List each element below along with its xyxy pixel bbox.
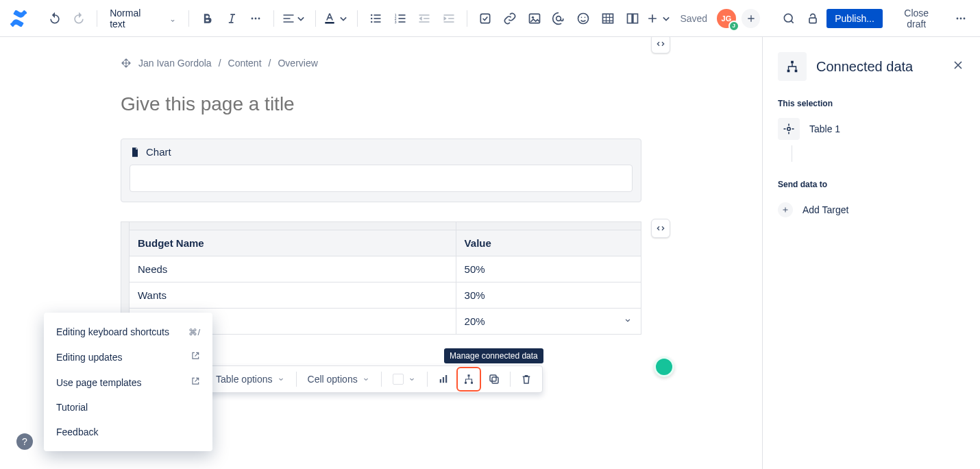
insert-chart-button[interactable] [433, 369, 454, 389]
cell-dropdown-icon[interactable] [623, 315, 633, 327]
editor-toolbar: Normal text Saved JGJ Publish... Close d… [0, 0, 980, 37]
text-color-button[interactable] [323, 8, 350, 29]
find-replace-button[interactable] [778, 8, 800, 29]
external-link-icon [191, 351, 200, 363]
breadcrumb-user[interactable]: Jan Ivan Gordola [138, 58, 212, 69]
plus-icon [778, 202, 793, 217]
chart-macro-body[interactable] [130, 165, 633, 192]
chart-macro-label: Chart [146, 146, 171, 158]
restrictions-button[interactable] [803, 8, 824, 29]
tooltip: Manage connected data [444, 348, 543, 363]
table-floating-toolbar: Table options Cell options [204, 365, 543, 393]
help-templates[interactable]: Use page templates [44, 370, 212, 395]
selection-item[interactable]: Table 1 [778, 115, 965, 143]
manage-connected-data-button[interactable] [458, 369, 479, 389]
presence-badge: J [728, 21, 739, 32]
chart-macro-icon [130, 147, 140, 158]
attention-highlight [456, 367, 481, 392]
breadcrumb-overview[interactable]: Overview [278, 58, 317, 69]
delete-table-button[interactable] [516, 369, 537, 389]
action-item-button[interactable] [474, 8, 496, 29]
help-tutorial[interactable]: Tutorial [44, 395, 212, 420]
grammarly-widget[interactable] [654, 357, 674, 377]
more-formatting-button[interactable] [245, 8, 267, 29]
table-row: Needs 50% [121, 256, 641, 282]
publish-button[interactable]: Publish... [826, 9, 883, 28]
connected-data-icon [778, 52, 807, 81]
emoji-button[interactable] [572, 8, 594, 29]
insert-more-button[interactable] [646, 8, 673, 29]
help-feedback[interactable]: Feedback [44, 420, 212, 444]
panel-close-button[interactable] [951, 58, 965, 75]
text-style-select[interactable]: Normal text [104, 8, 182, 29]
help-updates[interactable]: Editing updates [44, 344, 212, 370]
alignment-button[interactable] [281, 8, 308, 29]
table-width-toggle[interactable] [651, 219, 670, 238]
close-draft-button[interactable]: Close draft [885, 3, 948, 34]
section-this-selection: This selection [778, 99, 965, 108]
help-button[interactable]: ? [16, 433, 33, 450]
cell-options-button[interactable]: Cell options [302, 369, 376, 389]
image-button[interactable] [524, 8, 546, 29]
target-icon [778, 118, 800, 140]
page-title-input[interactable] [121, 93, 641, 115]
copy-table-button[interactable] [484, 369, 504, 389]
chart-macro[interactable]: Chart [121, 139, 641, 202]
italic-button[interactable] [221, 8, 243, 29]
confluence-logo[interactable] [8, 8, 29, 29]
breadcrumb: Jan Ivan Gordola / Content / Overview [121, 58, 641, 69]
help-shortcuts[interactable]: Editing keyboard shortcuts ⌘/ [44, 320, 212, 344]
link-button[interactable] [499, 8, 521, 29]
table-options-button[interactable]: Table options [210, 369, 291, 389]
table-col-handle[interactable] [130, 222, 456, 230]
undo-button[interactable] [44, 8, 66, 29]
add-target-button[interactable]: Add Target [778, 196, 965, 224]
breadcrumb-content[interactable]: Content [228, 58, 262, 69]
table-row: Wants 30% [121, 282, 641, 309]
chevron-down-icon [169, 15, 176, 22]
layout-button[interactable] [622, 8, 644, 29]
external-link-icon [191, 376, 200, 388]
bullet-list-button[interactable] [365, 8, 387, 29]
section-send-data: Send data to [778, 180, 965, 189]
connected-data-panel: Connected data This selection Table 1 Se… [762, 37, 980, 469]
mention-button[interactable] [548, 8, 569, 29]
outdent-button[interactable] [414, 8, 436, 29]
table-col-handle[interactable] [456, 222, 641, 230]
redo-button[interactable] [68, 8, 90, 29]
move-page-icon[interactable] [121, 58, 132, 69]
table-header-cell[interactable]: Value [456, 230, 641, 256]
indent-button[interactable] [438, 8, 460, 29]
bold-button[interactable] [196, 8, 218, 29]
help-menu: Editing keyboard shortcuts ⌘/ Editing up… [44, 313, 212, 451]
cell-background-button[interactable] [387, 369, 421, 389]
add-collaborator-button[interactable] [742, 9, 761, 28]
numbered-list-button[interactable] [389, 8, 411, 29]
page-width-toggle[interactable] [651, 37, 670, 53]
more-actions-button[interactable] [951, 8, 972, 29]
saved-status: Saved [680, 13, 707, 24]
table-button[interactable] [597, 8, 619, 29]
table-header-cell[interactable]: Budget Name [130, 230, 456, 256]
panel-title: Connected data [816, 59, 913, 75]
avatar[interactable]: JGJ [717, 9, 736, 28]
